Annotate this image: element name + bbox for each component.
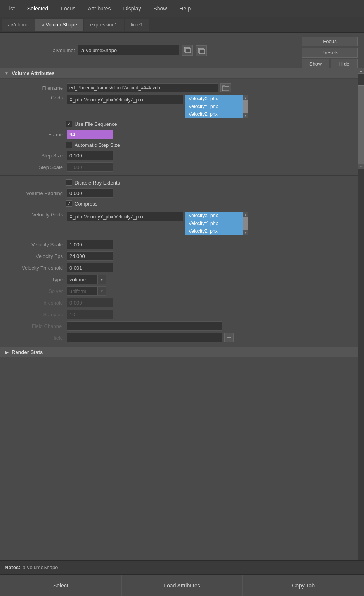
tab-time1[interactable]: time1	[125, 19, 149, 31]
menu-selected[interactable]: Selected	[25, 4, 50, 13]
scrollbar-up-button[interactable]: ▲	[358, 68, 364, 74]
filename-input-group	[67, 83, 231, 92]
render-stats-title: Render Stats	[12, 349, 43, 355]
scrollbar-thumb[interactable]	[358, 85, 364, 163]
field-channel-input[interactable]	[67, 321, 222, 331]
threshold-label: Threshold	[5, 300, 67, 306]
samples-label: Samples	[5, 312, 67, 317]
folder-browse-button[interactable]	[220, 83, 231, 92]
step-size-label: Step Size	[5, 153, 67, 159]
field-row: field	[0, 332, 358, 343]
velocity-grids-scroll-down[interactable]: ▼	[243, 230, 248, 235]
velocity-grids-list-item[interactable]: VelocityZ_phx	[185, 227, 243, 235]
grids-list-item[interactable]: VelocityY_phx	[185, 103, 243, 110]
aivolume-input[interactable]	[78, 45, 179, 55]
menu-attributes[interactable]: Attributes	[85, 4, 113, 13]
header-area: aiVolume: Focus Presets Show Hide	[0, 33, 364, 68]
icon-btn-top[interactable]	[182, 45, 193, 56]
render-stats-section-header[interactable]: ▶ Render Stats ▼	[0, 347, 358, 357]
use-file-sequence-row: Use File Sequence	[0, 119, 358, 129]
field-input[interactable]	[67, 333, 222, 342]
velocity-grids-scrollbar[interactable]: ▲ ▼	[243, 212, 248, 235]
velocity-grids-scroll-thumb[interactable]	[243, 217, 248, 230]
notes-label: Notes:	[5, 565, 20, 570]
grids-row: Grids X_phx VelocityY_phx VelocityZ_phx …	[0, 94, 358, 119]
grids-scrollbar[interactable]: ▲ ▼	[243, 95, 248, 118]
samples-input[interactable]	[67, 310, 113, 319]
velocity-fps-input[interactable]	[67, 251, 113, 261]
step-size-row: Step Size	[0, 150, 358, 161]
menu-display[interactable]: Display	[121, 4, 144, 13]
compress-label: Compress	[75, 201, 97, 207]
samples-row: Samples	[0, 308, 358, 320]
grids-list-container: VelocityX_phx VelocityY_phx VelocityZ_ph…	[185, 95, 248, 118]
scrollbar-down-button[interactable]: ▼	[358, 163, 364, 169]
step-scale-input[interactable]	[67, 162, 113, 172]
solver-row: Solver ▼	[0, 285, 358, 297]
grids-list-item[interactable]: VelocityX_phx	[185, 95, 243, 103]
menu-list[interactable]: List	[4, 4, 17, 13]
type-label: Type	[5, 277, 67, 282]
volume-attributes-section-header[interactable]: ▼ Volume Attributes	[0, 68, 358, 79]
volume-padding-input[interactable]	[67, 188, 113, 198]
tab-expression1[interactable]: expression1	[84, 19, 124, 31]
threshold-input[interactable]	[67, 298, 113, 307]
menu-bar: List Selected Focus Attributes Display S…	[0, 0, 364, 17]
main-scrollbar[interactable]: ▲ ▼	[358, 68, 364, 560]
grids-scroll-up[interactable]: ▲	[243, 95, 248, 100]
grids-scroll-down[interactable]: ▼	[243, 113, 248, 118]
frame-input[interactable]	[67, 130, 113, 139]
compress-checkbox[interactable]	[66, 200, 72, 207]
disable-ray-extents-checkbox[interactable]	[66, 179, 72, 186]
presets-button[interactable]: Presets	[302, 48, 358, 58]
solver-dropdown: ▼	[67, 286, 106, 296]
aivolume-label: aiVolume:	[53, 47, 75, 53]
tab-bar: aiVolume aiVolumeShape expression1 time1	[0, 17, 364, 33]
notes-bar: Notes: aiVolumeShape	[0, 560, 364, 574]
copy-tab-button[interactable]: Copy Tab	[243, 575, 364, 596]
tab-aivolumeshape[interactable]: aiVolumeShape	[35, 19, 83, 31]
solver-dropdown-arrow[interactable]: ▼	[98, 286, 106, 296]
load-attributes-button[interactable]: Load Attributes	[121, 575, 243, 596]
field-add-button[interactable]	[224, 333, 234, 342]
grids-list[interactable]: VelocityX_phx VelocityY_phx VelocityZ_ph…	[185, 95, 243, 118]
velocity-threshold-input[interactable]	[67, 263, 113, 272]
velocity-grids-list[interactable]: VelocityX_phx VelocityY_phx VelocityZ_ph…	[185, 212, 243, 235]
type-input[interactable]	[67, 275, 98, 284]
volume-attributes-form: Filename Grids X_phx VelocityY_phx Veloc…	[0, 79, 358, 347]
type-dropdown-arrow[interactable]: ▼	[98, 275, 106, 284]
filename-input[interactable]	[67, 83, 218, 92]
svg-rect-1	[185, 49, 191, 53]
velocity-fps-label: Velocity Fps	[5, 253, 67, 259]
grids-scroll-thumb[interactable]	[243, 100, 248, 113]
menu-focus[interactable]: Focus	[58, 4, 78, 13]
grids-label: Grids	[5, 95, 67, 101]
volume-padding-label: Volume Padding	[5, 190, 67, 196]
focus-button[interactable]: Focus	[302, 37, 358, 46]
velocity-grids-list-container: VelocityX_phx VelocityY_phx VelocityZ_ph…	[185, 212, 248, 235]
grids-list-item[interactable]: VelocityZ_phx	[185, 110, 243, 118]
bottom-bar: Select Load Attributes Copy Tab	[0, 574, 364, 596]
velocity-grids-text-input[interactable]: X_phx VelocityY_phx VelocityZ_phx	[67, 212, 183, 221]
tab-aivolume[interactable]: aiVolume	[2, 19, 35, 31]
grids-text-input[interactable]: X_phx VelocityY_phx VelocityZ_phx	[67, 95, 183, 104]
volume-attributes-title: Volume Attributes	[12, 70, 55, 76]
filename-label: Filename	[5, 85, 67, 91]
velocity-grids-scroll-up[interactable]: ▲	[243, 212, 248, 217]
use-file-sequence-checkbox[interactable]	[66, 121, 72, 127]
velocity-scale-label: Velocity Scale	[5, 242, 67, 247]
step-size-input[interactable]	[67, 151, 113, 160]
velocity-grids-label: Velocity Grids	[5, 212, 67, 218]
menu-show[interactable]: Show	[151, 4, 169, 13]
icon-btn-bottom[interactable]	[196, 45, 207, 56]
menu-help[interactable]: Help	[177, 4, 193, 13]
automatic-step-size-label: Automatic Step Size	[75, 142, 120, 148]
automatic-step-size-checkbox[interactable]	[66, 142, 72, 148]
solver-input[interactable]	[67, 286, 98, 296]
select-button[interactable]: Select	[0, 575, 121, 596]
velocity-grids-list-item[interactable]: VelocityX_phx	[185, 212, 243, 220]
velocity-scale-input[interactable]	[67, 240, 113, 249]
velocity-grids-list-item[interactable]: VelocityY_phx	[185, 220, 243, 227]
automatic-step-size-row: Automatic Step Size	[0, 140, 358, 150]
frame-row: Frame	[0, 129, 358, 140]
